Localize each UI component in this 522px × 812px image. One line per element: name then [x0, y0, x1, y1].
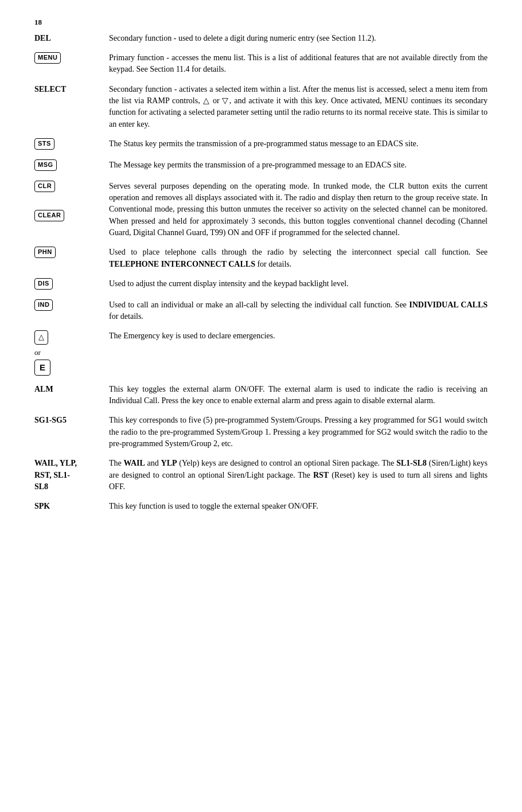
- entry-msg: MSG The Message key permits the transmis…: [34, 159, 488, 173]
- key-sg: SG1-SG5: [34, 415, 109, 426]
- value-select: Secondary function - activates a selecte…: [109, 84, 488, 130]
- msg-icon: MSG: [34, 159, 57, 171]
- triangle-icon: △: [34, 330, 48, 345]
- key-del: DEL: [34, 33, 109, 44]
- rst-bold: RST: [313, 471, 329, 479]
- icon-col-emergency: △ or E: [34, 330, 109, 375]
- key-spk: SPK: [34, 501, 109, 512]
- value-phn: Used to place telephone calls through th…: [109, 247, 488, 270]
- phn-bold: TELEPHONE INTERCONNECT CALLS: [109, 260, 255, 268]
- entry-sg: SG1-SG5 This key corresponds to five (5)…: [34, 415, 488, 450]
- key-select: SELECT: [34, 84, 109, 95]
- dis-icon: DIS: [34, 278, 53, 290]
- entry-alm: ALM This key toggles the external alarm …: [34, 384, 488, 407]
- icon-col-sts: STS: [34, 138, 109, 151]
- phn-icon: PHN: [34, 247, 56, 258]
- value-spk: This key function is used to toggle the …: [109, 501, 488, 512]
- menu-icon: MENU: [34, 52, 61, 64]
- entry-wail: WAIL, YLP, RST, SL1- SL8 The WAIL and YL…: [34, 458, 488, 493]
- entry-select: SELECT Secondary function - activates a …: [34, 84, 488, 130]
- icon-col-clr: CLR CLEAR: [34, 181, 109, 223]
- value-msg: The Message key permits the transmission…: [109, 159, 488, 171]
- key-wail: WAIL, YLP, RST, SL1- SL8: [34, 458, 109, 493]
- entries-container: DEL Secondary function - used to delete …: [34, 33, 488, 513]
- value-emergency: The Emergency key is used to declare eme…: [109, 330, 488, 342]
- key-alm: ALM: [34, 384, 109, 395]
- clear-icon: CLEAR: [34, 210, 64, 221]
- wail-bold: WAIL: [124, 459, 145, 467]
- icon-col-menu: MENU: [34, 52, 109, 65]
- icon-col-phn: PHN: [34, 247, 109, 260]
- value-sts: The Status key permits the transmission …: [109, 138, 488, 150]
- entry-del: DEL Secondary function - used to delete …: [34, 33, 488, 44]
- entry-dis: DIS Used to adjust the current display i…: [34, 278, 488, 291]
- entry-clr: CLR CLEAR Serves several purposes depend…: [34, 181, 488, 239]
- sl1sl8-bold: SL1-SL8: [396, 459, 427, 467]
- entry-phn: PHN Used to place telephone calls throug…: [34, 247, 488, 270]
- icon-col-msg: MSG: [34, 159, 109, 173]
- entry-emergency: △ or E The Emergency key is used to decl…: [34, 330, 488, 375]
- value-del: Secondary function - used to delete a di…: [109, 33, 488, 44]
- clr-icon: CLR: [34, 181, 55, 192]
- value-ind: Used to call an individual or make an al…: [109, 299, 488, 323]
- entry-menu: MENU Primary function - accesses the men…: [34, 52, 488, 76]
- page-number: 18: [34, 17, 488, 28]
- ylp-bold: YLP: [161, 459, 177, 467]
- value-wail: The WAIL and YLP (Yelp) keys are designe…: [109, 458, 488, 493]
- value-alm: This key toggles the external alarm ON/O…: [109, 384, 488, 407]
- value-dis: Used to adjust the current display inten…: [109, 278, 488, 290]
- ind-icon: IND: [34, 299, 53, 311]
- entry-sts: STS The Status key permits the transmiss…: [34, 138, 488, 151]
- sts-icon: STS: [34, 138, 54, 150]
- entry-spk: SPK This key function is used to toggle …: [34, 501, 488, 512]
- value-clr: Serves several purposes depending on the…: [109, 181, 488, 239]
- icon-col-dis: DIS: [34, 278, 109, 291]
- icon-col-ind: IND: [34, 299, 109, 313]
- e-icon: E: [34, 360, 50, 376]
- entry-ind: IND Used to call an individual or make a…: [34, 299, 488, 323]
- value-menu: Primary function - accesses the menu lis…: [109, 52, 488, 76]
- value-sg: This key corresponds to five (5) pre-pro…: [109, 415, 488, 450]
- or-text: or: [34, 348, 41, 358]
- ind-bold: INDIVIDUAL CALLS: [409, 300, 488, 309]
